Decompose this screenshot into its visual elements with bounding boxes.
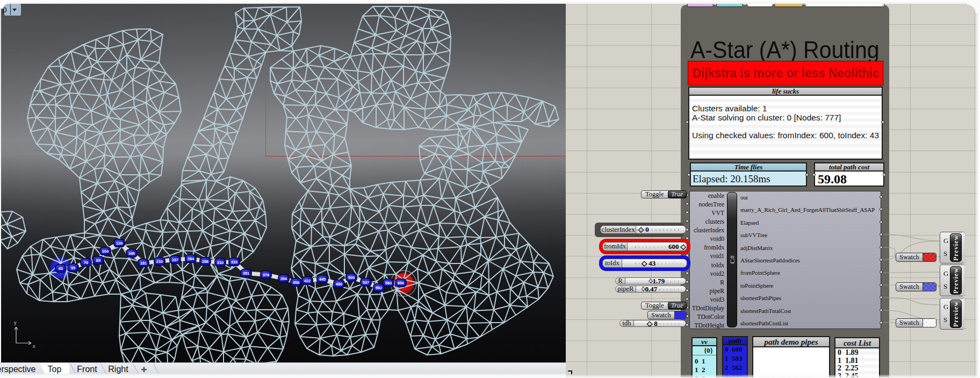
svg-text:480: 480 bbox=[336, 282, 343, 287]
svg-text:70: 70 bbox=[84, 260, 88, 265]
svg-text:583: 583 bbox=[385, 281, 392, 286]
svg-text:422: 422 bbox=[304, 279, 311, 283]
svg-text:394: 394 bbox=[280, 276, 287, 281]
svg-text:264: 264 bbox=[188, 256, 194, 261]
svg-text:505: 505 bbox=[348, 275, 355, 280]
svg-text:445: 445 bbox=[319, 277, 326, 282]
svg-text:y: y bbox=[14, 320, 17, 325]
svg-text:333: 333 bbox=[231, 260, 238, 265]
svg-text:351: 351 bbox=[243, 271, 250, 276]
svg-text:310: 310 bbox=[217, 260, 224, 265]
svg-text:600: 600 bbox=[398, 281, 405, 286]
svg-text:288: 288 bbox=[202, 259, 209, 264]
svg-text:562: 562 bbox=[376, 286, 383, 290]
svg-text:408: 408 bbox=[293, 280, 300, 285]
svg-text:210: 210 bbox=[156, 259, 163, 264]
svg-text:378: 378 bbox=[263, 273, 270, 277]
svg-text:537: 537 bbox=[363, 280, 370, 285]
svg-text:181: 181 bbox=[140, 261, 147, 266]
svg-text:85: 85 bbox=[96, 258, 100, 263]
svg-text:104: 104 bbox=[102, 249, 109, 254]
svg-text:43: 43 bbox=[59, 266, 63, 271]
svg-text:x: x bbox=[33, 344, 35, 349]
svg-text:55: 55 bbox=[71, 266, 75, 270]
svg-text:160: 160 bbox=[128, 251, 135, 256]
svg-text:237: 237 bbox=[172, 258, 179, 262]
svg-text:128: 128 bbox=[116, 241, 123, 246]
